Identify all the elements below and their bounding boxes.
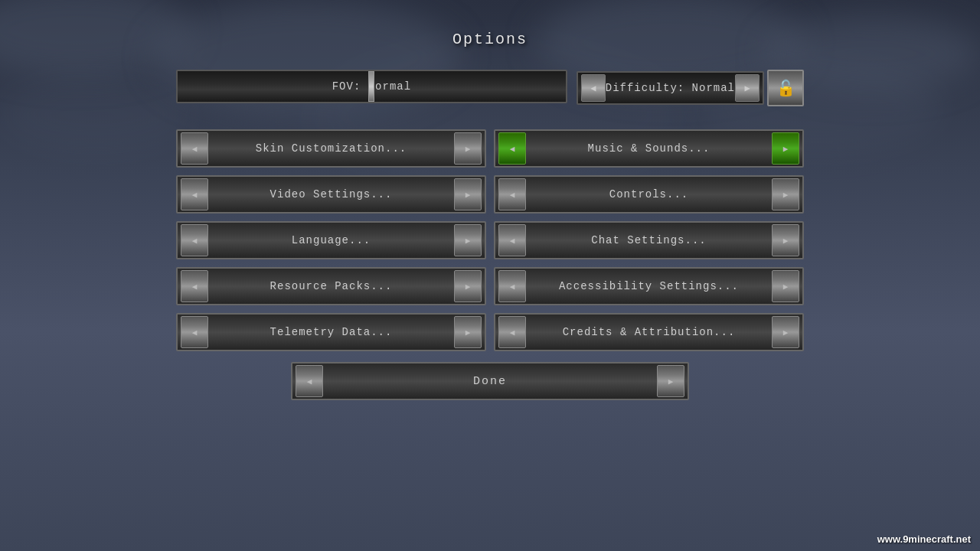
telemetry-data-label: Telemetry Data... bbox=[208, 326, 454, 338]
resource-packs-label: Resource Packs... bbox=[208, 280, 454, 292]
video-settings-right-arrow[interactable]: ▶ bbox=[454, 178, 482, 210]
resource-packs-button[interactable]: ◀ Resource Packs... ▶ bbox=[176, 267, 486, 305]
lock-button[interactable]: 🔓 bbox=[767, 70, 804, 106]
difficulty-wrapper: ◀ Difficulty: Normal ▶ 🔓 bbox=[577, 70, 804, 106]
page-title: Options bbox=[452, 31, 528, 48]
accessibility-settings-label: Accessibility Settings... bbox=[526, 280, 772, 292]
difficulty-control[interactable]: ◀ Difficulty: Normal ▶ bbox=[577, 71, 764, 105]
accessibility-settings-left-arrow[interactable]: ◀ bbox=[498, 270, 526, 302]
controls-label: Controls... bbox=[526, 188, 772, 201]
music-sounds-label: Music & Sounds... bbox=[526, 142, 772, 155]
difficulty-right-arrow[interactable]: ▶ bbox=[735, 74, 760, 102]
music-sounds-right-arrow[interactable]: ▶ bbox=[772, 132, 799, 165]
difficulty-label: Difficulty: Normal bbox=[606, 82, 735, 94]
telemetry-data-right-arrow[interactable]: ▶ bbox=[454, 316, 482, 348]
credits-attribution-button[interactable]: ◀ Credits & Attribution... ▶ bbox=[494, 313, 804, 351]
chat-settings-left-arrow[interactable]: ◀ bbox=[498, 224, 526, 256]
credits-attribution-right-arrow[interactable]: ▶ bbox=[772, 316, 799, 348]
music-sounds-button[interactable]: ◀ Music & Sounds... ▶ bbox=[494, 129, 804, 168]
chat-settings-right-arrow[interactable]: ▶ bbox=[772, 224, 799, 256]
skin-customization-right-arrow[interactable]: ▶ bbox=[454, 132, 482, 165]
done-button[interactable]: ◀ Done ▶ bbox=[291, 362, 689, 400]
watermark-text: www.9minecraft.net bbox=[877, 533, 971, 545]
fov-slider-handle[interactable] bbox=[368, 71, 374, 102]
resource-packs-left-arrow[interactable]: ◀ bbox=[181, 270, 208, 302]
video-settings-button[interactable]: ◀ Video Settings... ▶ bbox=[176, 175, 486, 214]
skin-customization-left-arrow[interactable]: ◀ bbox=[181, 132, 208, 165]
language-button[interactable]: ◀ Language... ▶ bbox=[176, 221, 486, 259]
video-settings-label: Video Settings... bbox=[208, 188, 454, 201]
chat-settings-label: Chat Settings... bbox=[526, 234, 772, 246]
telemetry-data-left-arrow[interactable]: ◀ bbox=[181, 316, 208, 348]
telemetry-data-button[interactable]: ◀ Telemetry Data... ▶ bbox=[176, 313, 486, 351]
language-label: Language... bbox=[208, 234, 454, 246]
controls-right-arrow[interactable]: ▶ bbox=[772, 178, 799, 210]
options-grid: ◀ Skin Customization... ▶ ◀ Music & Soun… bbox=[176, 129, 804, 351]
credits-attribution-left-arrow[interactable]: ◀ bbox=[498, 316, 526, 348]
music-sounds-left-arrow[interactable]: ◀ bbox=[498, 132, 526, 165]
done-left-arrow[interactable]: ◀ bbox=[296, 365, 323, 397]
done-label: Done bbox=[323, 375, 657, 388]
skin-customization-label: Skin Customization... bbox=[208, 142, 454, 155]
controls-button[interactable]: ◀ Controls... ▶ bbox=[494, 175, 804, 214]
accessibility-settings-button[interactable]: ◀ Accessibility Settings... ▶ bbox=[494, 267, 804, 305]
chat-settings-button[interactable]: ◀ Chat Settings... ▶ bbox=[494, 221, 804, 259]
language-left-arrow[interactable]: ◀ bbox=[181, 224, 208, 256]
skin-customization-button[interactable]: ◀ Skin Customization... ▶ bbox=[176, 129, 486, 168]
difficulty-left-arrow[interactable]: ◀ bbox=[581, 74, 606, 102]
resource-packs-right-arrow[interactable]: ▶ bbox=[454, 270, 482, 302]
accessibility-settings-right-arrow[interactable]: ▶ bbox=[772, 270, 799, 302]
credits-attribution-label: Credits & Attribution... bbox=[526, 326, 772, 338]
done-right-arrow[interactable]: ▶ bbox=[657, 365, 684, 397]
fov-slider[interactable]: FOV: Normal bbox=[176, 70, 567, 103]
controls-left-arrow[interactable]: ◀ bbox=[498, 178, 526, 210]
language-right-arrow[interactable]: ▶ bbox=[454, 224, 482, 256]
top-controls-row: FOV: Normal ◀ Difficulty: Normal ▶ 🔓 bbox=[176, 70, 804, 106]
watermark: www.9minecraft.net bbox=[877, 533, 971, 545]
video-settings-left-arrow[interactable]: ◀ bbox=[181, 178, 208, 210]
lock-icon: 🔓 bbox=[776, 79, 795, 98]
